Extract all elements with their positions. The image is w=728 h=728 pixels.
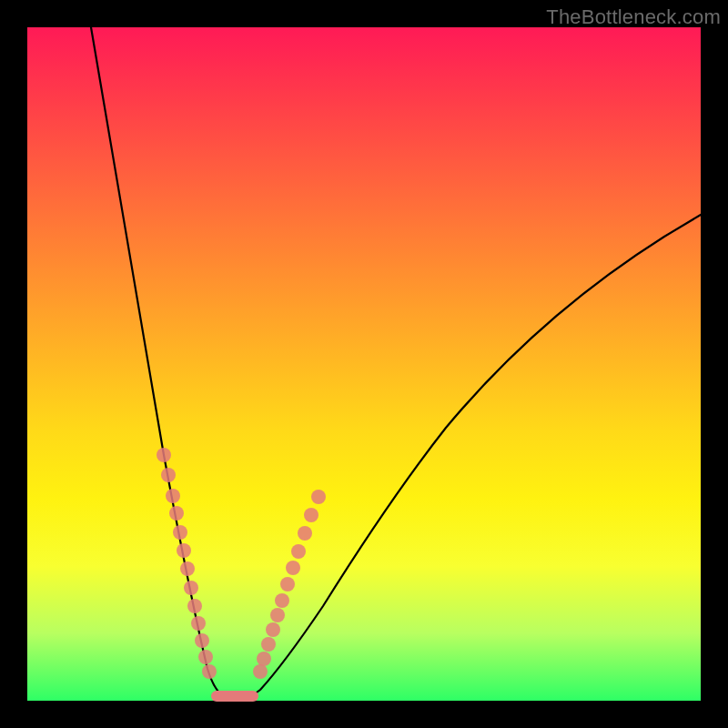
data-point <box>180 561 195 576</box>
left-points <box>157 448 217 679</box>
data-point <box>291 544 306 559</box>
data-point <box>187 599 202 613</box>
data-point <box>286 561 300 575</box>
data-point <box>173 525 187 540</box>
data-point <box>157 448 171 462</box>
data-point <box>304 508 318 522</box>
data-point <box>177 543 191 558</box>
data-point <box>298 526 312 541</box>
data-point <box>253 664 268 679</box>
plot-area <box>27 27 701 701</box>
data-point <box>161 468 176 482</box>
data-point <box>166 489 180 503</box>
data-point <box>280 577 295 592</box>
data-point <box>184 581 198 595</box>
watermark-text: TheBottleneck.com <box>546 5 721 29</box>
data-point <box>195 633 209 648</box>
data-point <box>261 637 276 652</box>
chart-stage: TheBottleneck.com <box>0 0 728 728</box>
data-point <box>198 650 213 664</box>
data-point <box>266 622 280 637</box>
data-point <box>191 616 206 631</box>
data-point <box>311 490 326 504</box>
data-point <box>275 593 289 608</box>
data-point <box>257 652 271 666</box>
data-point <box>202 664 217 679</box>
data-point <box>169 506 184 521</box>
bottleneck-curve-line <box>91 27 701 700</box>
data-point <box>270 608 285 622</box>
curve-svg <box>27 27 701 701</box>
right-points <box>253 490 326 679</box>
